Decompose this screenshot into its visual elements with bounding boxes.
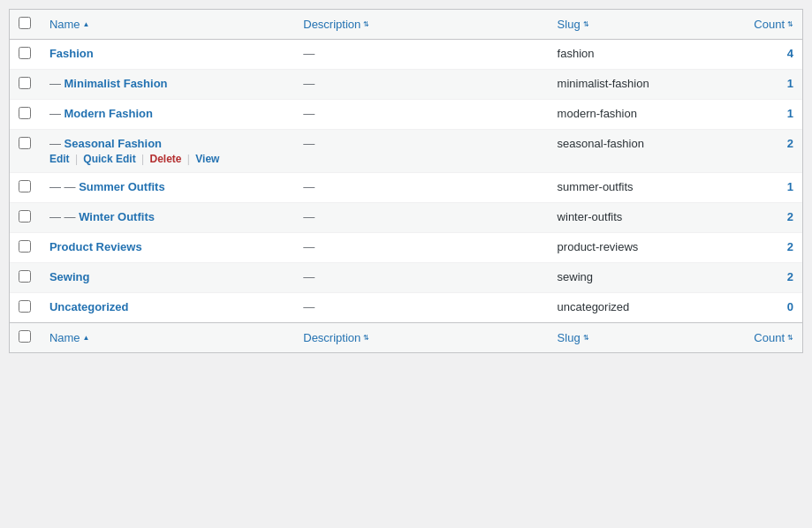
sort-arrows-name: ▲ (83, 21, 90, 28)
sort-arrows-count-footer: ⇅ (787, 335, 793, 342)
row-checkbox[interactable] (19, 240, 31, 253)
table-row: — Modern FashionEdit | Quick Edit | Dele… (10, 100, 802, 130)
sort-slug-link[interactable]: Slug ⇅ (558, 18, 589, 31)
select-all-footer-checkbox[interactable] (19, 330, 31, 343)
tfoot-slug-label: Slug (558, 331, 581, 344)
row-name-link[interactable]: Fashion (49, 47, 94, 60)
view-action-link[interactable]: View (195, 153, 219, 165)
row-indent-prefix: — — (49, 180, 79, 193)
row-count-cell: 2 (730, 263, 802, 293)
row-checkbox-cell (10, 130, 41, 173)
th-count-label: Count (754, 18, 785, 31)
sort-name-footer-link[interactable]: Name ▲ (49, 331, 90, 344)
row-name-link[interactable]: Sewing (49, 270, 90, 283)
count-link[interactable]: 2 (787, 240, 793, 253)
row-count-cell: 4 (730, 40, 802, 70)
table-body: FashionEdit | Quick Edit | Delete | View… (10, 40, 802, 323)
row-slug-cell: product-reviews (549, 233, 730, 263)
row-slug-cell: minimalist-fashion (549, 70, 730, 100)
sort-arrows-desc: ⇅ (363, 21, 369, 28)
row-description-cell: — (294, 70, 548, 100)
row-slug-cell: winter-outfits (549, 203, 730, 233)
table-row: Product ReviewsEdit | Quick Edit | Delet… (10, 233, 802, 263)
sort-count-link[interactable]: Count ⇅ (754, 18, 793, 31)
row-count-cell: 2 (730, 130, 802, 173)
row-name-content: — — Winter Outfits (49, 210, 285, 223)
row-name-cell: — Modern FashionEdit | Quick Edit | Dele… (41, 100, 294, 130)
count-link[interactable]: 2 (787, 210, 793, 223)
row-description-cell: — (294, 293, 548, 323)
row-name-content: Fashion (49, 47, 285, 60)
row-name-link[interactable]: Product Reviews (49, 240, 142, 253)
table-header-row: Name ▲ Description ⇅ Slug ⇅ (10, 10, 802, 40)
count-link[interactable]: 4 (787, 47, 793, 60)
th-slug-label: Slug (558, 18, 581, 31)
row-count-cell: 1 (730, 173, 802, 203)
quick-edit-action-link[interactable]: Quick Edit (83, 153, 135, 165)
row-slug-cell: fashion (549, 40, 730, 70)
tfoot-name-label: Name (49, 331, 80, 344)
action-separator: | (185, 153, 194, 165)
sort-name-link[interactable]: Name ▲ (49, 18, 90, 31)
row-name-link[interactable]: Seasonal Fashion (65, 137, 163, 150)
select-all-checkbox[interactable] (19, 17, 31, 29)
row-indent-prefix: — (49, 77, 65, 90)
row-name-cell: FashionEdit | Quick Edit | Delete | View (41, 40, 294, 70)
count-link[interactable]: 1 (787, 77, 793, 90)
categories-table-wrap: Name ▲ Description ⇅ Slug ⇅ (9, 9, 803, 353)
sort-slug-footer-link[interactable]: Slug ⇅ (558, 331, 589, 344)
row-name-link[interactable]: Uncategorized (49, 300, 129, 313)
row-count-cell: 1 (730, 70, 802, 100)
th-slug: Slug ⇅ (549, 10, 730, 40)
table-row: — — Winter OutfitsEdit | Quick Edit | De… (10, 203, 802, 233)
tfoot-name: Name ▲ (41, 323, 294, 353)
row-name-cell: — — Winter OutfitsEdit | Quick Edit | De… (41, 203, 294, 233)
count-link[interactable]: 0 (787, 300, 793, 313)
tfoot-desc-label: Description (303, 331, 360, 344)
count-link[interactable]: 2 (787, 137, 793, 150)
row-name-cell: UncategorizedEdit | Quick Edit | Delete … (41, 293, 294, 323)
row-slug-cell: sewing (549, 263, 730, 293)
row-count-cell: 1 (730, 100, 802, 130)
tfoot-count: Count ⇅ (730, 323, 802, 353)
tfoot-count-label: Count (754, 331, 785, 344)
delete-action-link[interactable]: Delete (150, 153, 182, 165)
sort-count-footer-link[interactable]: Count ⇅ (754, 331, 793, 344)
row-name-content: Product Reviews (49, 240, 285, 253)
row-checkbox[interactable] (19, 77, 31, 89)
row-checkbox[interactable] (19, 210, 31, 223)
row-slug-cell: summer-outfits (549, 173, 730, 203)
row-checkbox-cell (10, 233, 41, 263)
row-name-link[interactable]: Modern Fashion (65, 107, 153, 120)
row-checkbox[interactable] (19, 180, 31, 192)
row-checkbox[interactable] (19, 270, 31, 283)
row-slug-cell: modern-fashion (549, 100, 730, 130)
row-indent-prefix: — (49, 137, 65, 150)
row-name-link[interactable]: Winter Outfits (79, 210, 155, 223)
row-name-link[interactable]: Summer Outfits (79, 180, 165, 193)
row-name-link[interactable]: Minimalist Fashion (65, 77, 168, 90)
count-link[interactable]: 1 (787, 180, 793, 193)
row-name-cell: — Seasonal FashionEdit | Quick Edit | De… (41, 130, 294, 173)
table-footer-row: Name ▲ Description ⇅ Slug ⇅ (10, 323, 802, 353)
edit-action-link[interactable]: Edit (49, 153, 70, 165)
row-checkbox[interactable] (19, 300, 31, 313)
table-row: — Minimalist FashionEdit | Quick Edit | … (10, 70, 802, 100)
table-row: — — Summer OutfitsEdit | Quick Edit | De… (10, 173, 802, 203)
action-separator: | (72, 153, 81, 165)
row-checkbox[interactable] (19, 137, 31, 149)
row-checkbox[interactable] (19, 47, 31, 59)
row-checkbox[interactable] (19, 107, 31, 119)
count-link[interactable]: 1 (787, 107, 793, 120)
sort-desc-footer-link[interactable]: Description ⇅ (303, 331, 369, 344)
sort-desc-link[interactable]: Description ⇅ (303, 18, 369, 31)
row-checkbox-cell (10, 100, 41, 130)
select-all-header (10, 10, 41, 40)
row-description-cell: — (294, 100, 548, 130)
row-name-content: — Modern Fashion (49, 107, 285, 120)
sort-arrows-slug: ⇅ (583, 21, 589, 28)
row-count-cell: 2 (730, 203, 802, 233)
th-description: Description ⇅ (294, 10, 548, 40)
sort-arrows-name-footer: ▲ (83, 335, 90, 342)
count-link[interactable]: 2 (787, 270, 793, 283)
